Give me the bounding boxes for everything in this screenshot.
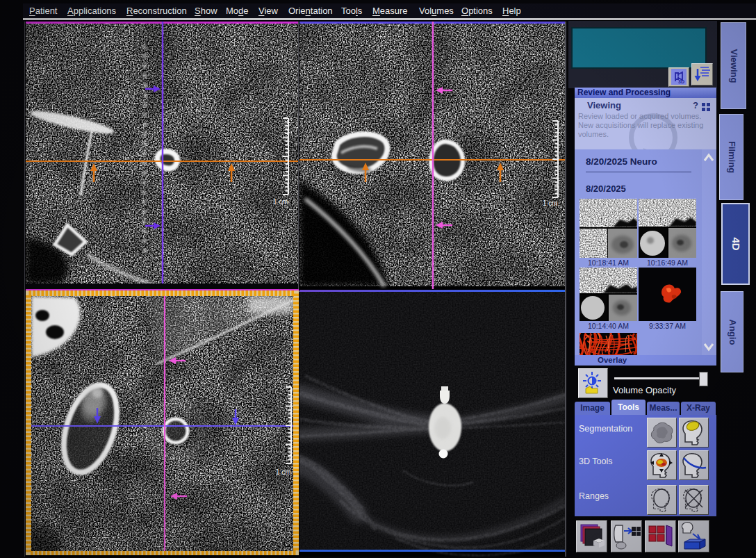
svg-text:1 cm: 1 cm <box>273 198 288 206</box>
svg-text:1 cm: 1 cm <box>543 199 558 207</box>
svg-text:1 cm: 1 cm <box>276 468 291 476</box>
svg-text:3D: 3D <box>678 79 684 84</box>
